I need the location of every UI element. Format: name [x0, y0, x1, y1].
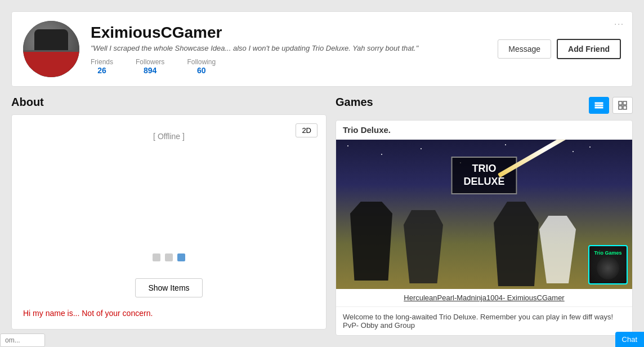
friends-label: Friends [91, 58, 113, 66]
friends-count[interactable]: 26 [91, 66, 113, 75]
view-controls [589, 97, 633, 114]
svg-rect-6 [623, 106, 627, 109]
chat-button[interactable]: Chat [615, 332, 644, 347]
game-thumbnail-bottom: HerculeanPearl-Madninja1004- EximiousCGa… [336, 289, 632, 306]
avatar [23, 21, 79, 77]
avatar-carousel-dots [23, 253, 315, 261]
username: EximiousCGamer [91, 24, 486, 42]
list-view-icon [594, 100, 604, 110]
games-section: Games [336, 96, 633, 336]
status-badge: [ Offline ] [23, 132, 315, 141]
about-section: About [ Offline ] 2D Show Items Hi my na… [11, 96, 327, 336]
character-4 [539, 216, 576, 283]
followers-count[interactable]: 894 [136, 66, 164, 75]
svg-rect-5 [619, 106, 622, 109]
about-box: [ Offline ] 2D Show Items Hi my name is.… [11, 114, 327, 330]
following-count[interactable]: 60 [187, 66, 216, 75]
profile-bio: "Well I scraped the whole Showcase Idea.… [91, 44, 486, 52]
game-banner: TRIODELUXE [451, 157, 517, 194]
svg-rect-2 [595, 107, 603, 108]
game-card: Trio Deluxe. TRIODELUXE [336, 120, 633, 336]
friends-stat: Friends 26 [91, 58, 113, 75]
dot-3[interactable] [177, 253, 185, 261]
game-description: Welcome to the long-awaited Trio Deluxe.… [336, 306, 632, 335]
following-label: Following [187, 58, 216, 66]
svg-rect-4 [623, 101, 627, 105]
followers-label: Followers [136, 58, 164, 66]
profile-info: EximiousCGamer "Well I scraped the whole… [91, 24, 486, 75]
games-header: Games [336, 96, 633, 114]
show-items-button[interactable]: Show Items [135, 278, 202, 297]
list-view-button[interactable] [589, 97, 609, 114]
svg-rect-0 [595, 103, 603, 104]
about-title: About [11, 96, 327, 109]
chat-input[interactable] [0, 333, 45, 347]
trio-games-text: Trio Games [594, 250, 621, 256]
following-stat: Following 60 [187, 58, 216, 75]
grid-view-button[interactable] [612, 97, 633, 114]
message-button[interactable]: Message [498, 39, 551, 59]
view-2d-button[interactable]: 2D [296, 123, 317, 137]
followers-stat: Followers 894 [136, 58, 164, 75]
profile-actions: Message Add Friend [498, 39, 621, 59]
svg-rect-1 [595, 105, 603, 106]
about-bio-text: Hi my name is... Not of your concern. [23, 309, 315, 318]
game-thumbnail: TRIODELUXE Trio Games [336, 140, 632, 289]
profile-stats: Friends 26 Followers 894 Following 60 [91, 58, 486, 75]
character-3 [494, 202, 539, 286]
svg-rect-3 [619, 101, 622, 105]
character-1 [350, 202, 392, 281]
character-2 [404, 210, 443, 283]
game-title: Trio Deluxe. [336, 121, 632, 140]
add-friend-button[interactable]: Add Friend [557, 39, 621, 59]
more-options-icon[interactable]: ... [614, 17, 624, 26]
main-content: About [ Offline ] 2D Show Items Hi my na… [11, 96, 633, 336]
grid-view-icon [618, 100, 628, 110]
dot-1[interactable] [153, 253, 160, 261]
game-creators[interactable]: HerculeanPearl-Madninja1004- EximiousCGa… [343, 293, 625, 302]
trio-games-badge: Trio Games [588, 245, 628, 284]
dot-2[interactable] [165, 253, 173, 261]
profile-section: EximiousCGamer "Well I scraped the whole… [11, 11, 633, 87]
games-title: Games [336, 96, 373, 109]
